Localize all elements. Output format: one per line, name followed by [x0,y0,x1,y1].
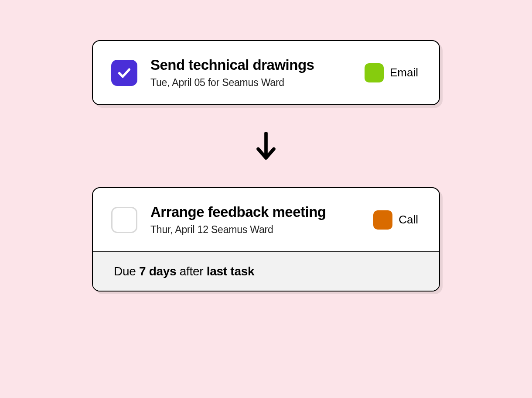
arrow-down-icon [255,132,277,160]
arrow-down-container [255,132,277,160]
task-subtitle: Thur, April 12 Seamus Ward [150,224,373,236]
due-days: 7 days [139,264,176,278]
task-tag[interactable]: Call [373,210,418,230]
task-tag[interactable]: Email [365,63,418,82]
tag-label: Email [390,66,418,79]
check-icon [117,65,132,80]
checkbox-checked[interactable] [111,60,137,86]
due-mid: after [176,264,207,278]
checkbox-unchecked[interactable] [111,207,137,233]
task-card-1[interactable]: Send technical drawings Tue, April 05 fo… [92,40,440,105]
task-title: Arrange feedback meeting [150,204,373,220]
due-section: Due 7 days after last task [93,251,439,291]
task-main-row: Send technical drawings Tue, April 05 fo… [93,41,439,104]
tag-color-swatch [365,63,384,82]
due-ref: last task [207,264,254,278]
due-prefix: Due [114,264,139,278]
task-main-row: Arrange feedback meeting Thur, April 12 … [93,188,439,251]
tag-label: Call [399,213,418,226]
task-text-block: Send technical drawings Tue, April 05 fo… [150,57,365,89]
task-text-block: Arrange feedback meeting Thur, April 12 … [150,204,373,236]
tag-color-swatch [373,210,392,230]
task-title: Send technical drawings [150,57,365,73]
task-card-2[interactable]: Arrange feedback meeting Thur, April 12 … [92,187,440,292]
task-subtitle: Tue, April 05 for Seamus Ward [150,77,365,89]
